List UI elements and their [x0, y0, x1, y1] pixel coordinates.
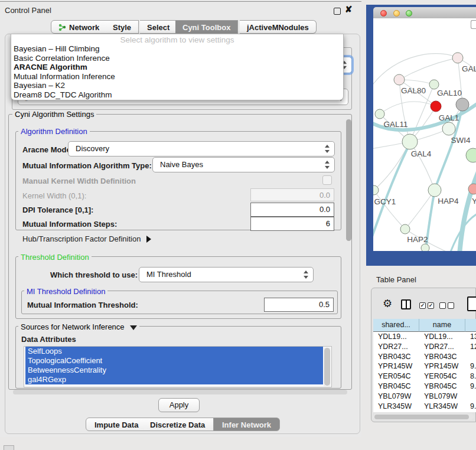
- manual-kernel-checkbox[interactable]: [322, 175, 332, 185]
- cell-value: [465, 392, 476, 402]
- dpi-tolerance-field[interactable]: 0.0: [250, 203, 334, 217]
- dropdown-item[interactable]: Mutual Information Inference: [14, 72, 338, 81]
- network-graph: GAL GAL80 GAL10 GAL1 GAL11 SWI4 GAL4 GCY…: [373, 18, 476, 251]
- tab-network[interactable]: Network: [51, 20, 107, 34]
- dropdown-item[interactable]: Bayesian – K2: [14, 81, 338, 90]
- canvas-side-tab[interactable]: [471, 20, 476, 29]
- list-scrollbar-thumb[interactable]: [324, 348, 330, 386]
- unchecked-checkbox-icon[interactable]: [448, 302, 454, 309]
- float-window-icon[interactable]: [334, 8, 341, 15]
- cell-name: YDR27...: [419, 342, 465, 352]
- node-salmon[interactable]: [468, 184, 476, 194]
- cell-name: YBR043C: [419, 352, 465, 362]
- cell-value: 12: [465, 342, 476, 352]
- dropdown-placeholder: Select algorithm to view settings: [11, 35, 343, 44]
- node-hap2[interactable]: [400, 224, 410, 234]
- table-row[interactable]: YPR145W YPR145W 9.: [373, 361, 476, 371]
- node[interactable]: [452, 53, 463, 63]
- table-panel-title: Table Panel: [376, 275, 416, 284]
- node-label: GAL10: [437, 89, 462, 97]
- node-gal10[interactable]: [429, 80, 439, 89]
- dpi-tolerance-label: DPI Tolerance [0,1]:: [22, 206, 93, 214]
- hub-section-toggle[interactable]: Hub/Transcription Factor Definition: [22, 234, 151, 243]
- table-row[interactable]: YIL052C YIL052C 9: [373, 411, 476, 412]
- table-row[interactable]: YBR045C YBR045C 9.: [373, 381, 476, 392]
- aracne-mode-combo[interactable]: Discovery: [68, 141, 335, 156]
- table-row[interactable]: YBL079W YBL079W: [373, 392, 476, 402]
- column-header-shared[interactable]: shared...: [373, 319, 419, 332]
- mi-type-combo[interactable]: Naive Bayes: [152, 157, 335, 172]
- node-gal11[interactable]: [375, 109, 384, 119]
- chevron-down-icon: [130, 325, 137, 330]
- table-row[interactable]: YLR345W YLR345W 9.: [373, 402, 476, 412]
- tab-infer-network[interactable]: Infer Network: [214, 418, 280, 431]
- cell-value: 9.: [465, 361, 476, 371]
- table-row[interactable]: YER054C YER054C 8.: [373, 371, 476, 381]
- tab-discretize-data[interactable]: Discretize Data: [142, 418, 214, 431]
- tab-cyni-toolbox[interactable]: Cyni Toolbox: [175, 20, 238, 34]
- node-gal4[interactable]: [402, 134, 418, 149]
- mi-steps-field[interactable]: 6: [250, 217, 334, 231]
- cell-shared: YBL079W: [373, 392, 419, 402]
- cell-shared: YBR045C: [373, 381, 419, 392]
- zoom-traffic-light-icon[interactable]: [406, 10, 412, 17]
- dropdown-item[interactable]: Dream8 DC_TDC Algorithm: [14, 90, 338, 100]
- mi-threshold-label: Mutual Information Threshold:: [27, 301, 138, 309]
- network-canvas[interactable]: GAL GAL80 GAL10 GAL1 GAL11 SWI4 GAL4 GCY…: [373, 18, 476, 251]
- node-label: HAP4: [438, 197, 459, 206]
- cell-shared: YLR345W: [373, 402, 419, 412]
- column-header-partial[interactable]: [465, 319, 476, 332]
- unchecked-checkbox-icon[interactable]: [439, 302, 446, 309]
- minimize-traffic-light-icon[interactable]: [393, 10, 400, 17]
- node-hap4[interactable]: [428, 184, 441, 197]
- settings-group-title: Cyni Algorithm Settings: [12, 110, 96, 119]
- checked-checkbox-icon[interactable]: ✓: [419, 302, 426, 309]
- sources-group-toggle[interactable]: Sources for Network Inference: [18, 322, 139, 331]
- close-traffic-light-icon[interactable]: [380, 10, 387, 17]
- node-green[interactable]: [466, 148, 476, 162]
- node-swi4[interactable]: [442, 122, 455, 135]
- divider: [0, 1, 361, 2]
- table-row[interactable]: YDL19... YDL19... 13: [373, 332, 476, 342]
- columns-icon[interactable]: [401, 299, 411, 309]
- node-gal80[interactable]: [394, 74, 405, 85]
- sources-group-title: Sources for Network Inference: [21, 322, 125, 331]
- settings-scrollbar[interactable]: [346, 119, 351, 241]
- table-row[interactable]: YBR043C YBR043C: [373, 352, 476, 362]
- settings-horizontal-scrollbar[interactable]: [13, 390, 347, 394]
- table-row[interactable]: YDR27... YDR27... 12: [373, 342, 476, 352]
- dropdown-item[interactable]: Bayesian – Hill Climbing: [14, 44, 338, 54]
- control-panel-title: Control Panel: [5, 6, 51, 15]
- node-gal1-red[interactable]: [431, 101, 441, 112]
- tab-select[interactable]: Select: [140, 20, 177, 34]
- tab-style[interactable]: Style: [106, 20, 139, 34]
- document-icon[interactable]: [467, 296, 476, 311]
- which-threshold-combo[interactable]: MI Threshold: [139, 267, 314, 282]
- list-item[interactable]: gal4RGexp: [25, 375, 323, 384]
- table-hscrollbar-thumb[interactable]: [374, 415, 469, 419]
- apply-button[interactable]: Apply: [158, 398, 200, 412]
- kernel-width-field[interactable]: 0.0: [250, 188, 334, 201]
- list-item[interactable]: SelfLoops: [25, 347, 323, 356]
- column-header-name[interactable]: name: [419, 319, 465, 332]
- list-scrollbar-track[interactable]: [324, 347, 331, 386]
- data-attributes-label: Data Attributes: [21, 335, 76, 344]
- node[interactable]: [421, 244, 429, 251]
- dropdown-item-selected[interactable]: ARACNE Algorithm: [14, 63, 338, 72]
- cell-name: YBR045C: [419, 381, 465, 392]
- gear-icon[interactable]: ⚙: [383, 298, 392, 309]
- checked-checkbox-icon[interactable]: ✓: [428, 302, 434, 309]
- tab-jactivemnodules[interactable]: jActiveMNodules: [240, 20, 317, 34]
- which-threshold-value: MI Threshold: [146, 270, 191, 279]
- close-icon[interactable]: ✘: [345, 4, 353, 15]
- algorithm-dropdown-popup: Select algorithm to view settings Bayesi…: [11, 34, 344, 100]
- tab-impute-data[interactable]: Impute Data: [86, 418, 147, 431]
- cell-shared: YER054C: [373, 371, 419, 381]
- list-item[interactable]: BetweennessCentrality: [25, 366, 323, 375]
- threshold-definition-title: Threshold Definition: [18, 253, 92, 262]
- list-item[interactable]: TopologicalCoefficient: [25, 356, 323, 366]
- network-window-titlebar[interactable]: [373, 7, 476, 19]
- node-gray[interactable]: [456, 98, 469, 111]
- dropdown-item[interactable]: Basic Correlation Inference: [14, 54, 338, 63]
- mi-threshold-field[interactable]: 0.5: [264, 298, 334, 312]
